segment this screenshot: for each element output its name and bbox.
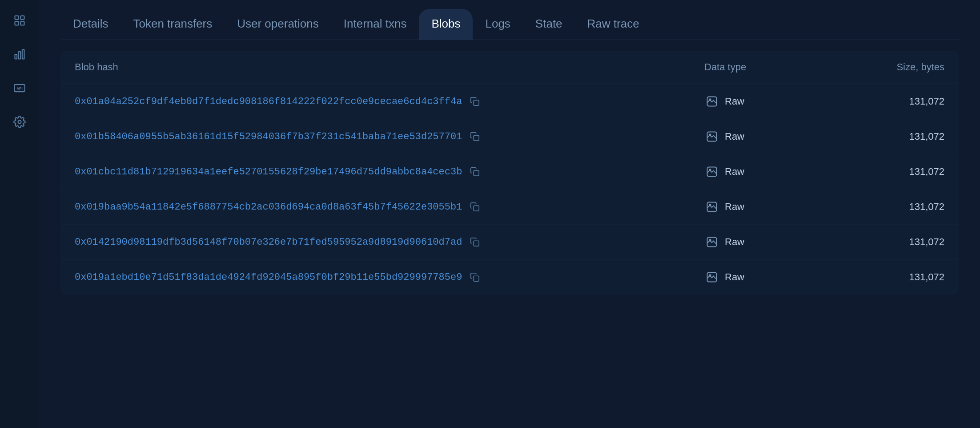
svg-rect-4 [15, 54, 17, 59]
copy-icon[interactable] [468, 235, 482, 249]
svg-rect-3 [20, 21, 24, 25]
data-type-cell: Raw [704, 234, 829, 250]
blob-hash-cell: 0x019a1ebd10e71d51f83da1de4924fd92045a89… [75, 271, 704, 284]
data-type-label: Raw [725, 236, 744, 248]
table-row: 0x01cbc11d81b712919634a1eefe5270155628f2… [60, 154, 959, 190]
data-type-label: Raw [725, 96, 744, 107]
blobs-table: Blob hash Data type Size, bytes 0x01a04a… [60, 51, 959, 295]
tab-state[interactable]: State [523, 9, 575, 40]
api-icon[interactable]: API [10, 78, 29, 98]
tab-token-transfers[interactable]: Token transfers [120, 9, 225, 40]
blob-hash-cell: 0x01b58406a0955b5ab36161d15f52984036f7b3… [75, 130, 704, 143]
data-type-cell: Raw [704, 199, 829, 214]
data-type-label: Raw [725, 131, 744, 142]
table-header: Blob hash Data type Size, bytes [60, 51, 959, 84]
column-size-bytes: Size, bytes [829, 61, 944, 73]
blob-hash-cell: 0x019baa9b54a11842e5f6887754cb2ac036d694… [75, 200, 704, 214]
column-data-type: Data type [704, 61, 829, 73]
blob-hash-cell: 0x0142190d98119dfb3d56148f70b07e326e7b71… [75, 235, 704, 249]
tab-blobs[interactable]: Blobs [419, 9, 473, 40]
size-cell: 131,072 [829, 201, 944, 213]
data-type-label: Raw [725, 166, 744, 178]
data-type-label: Raw [725, 201, 744, 213]
main-content: Details Token transfers User operations … [39, 0, 980, 428]
svg-rect-25 [474, 276, 479, 281]
data-type-label: Raw [725, 271, 744, 283]
column-blob-hash: Blob hash [75, 61, 704, 73]
svg-rect-22 [474, 241, 479, 246]
blob-hash-cell: 0x01a04a252cf9df4eb0d7f1dedc908186f81422… [75, 95, 704, 108]
data-type-icon [704, 164, 719, 179]
svg-rect-13 [474, 135, 479, 141]
data-type-cell: Raw [704, 129, 829, 144]
tab-internal-txns[interactable]: Internal txns [331, 9, 419, 40]
blob-hash-link[interactable]: 0x01a04a252cf9df4eb0d7f1dedc908186f81422… [75, 96, 462, 107]
svg-rect-6 [22, 50, 24, 59]
data-type-icon [704, 94, 719, 109]
copy-icon[interactable] [468, 165, 482, 178]
settings-icon[interactable] [10, 112, 29, 132]
svg-rect-10 [474, 100, 479, 105]
data-type-cell: Raw [704, 270, 829, 285]
blob-hash-link[interactable]: 0x01cbc11d81b712919634a1eefe5270155628f2… [75, 166, 462, 178]
table-row: 0x01b58406a0955b5ab36161d15f52984036f7b3… [60, 119, 959, 154]
svg-text:API: API [16, 87, 23, 91]
chart-icon[interactable] [10, 44, 29, 64]
tab-user-operations[interactable]: User operations [225, 9, 331, 40]
data-type-icon [704, 199, 719, 214]
size-cell: 131,072 [829, 166, 944, 178]
copy-icon[interactable] [468, 271, 482, 284]
size-cell: 131,072 [829, 271, 944, 283]
tab-details[interactable]: Details [60, 9, 120, 40]
copy-icon[interactable] [468, 130, 482, 143]
size-cell: 131,072 [829, 96, 944, 107]
copy-icon[interactable] [468, 200, 482, 214]
data-type-icon [704, 129, 719, 144]
svg-rect-1 [20, 16, 24, 20]
svg-point-9 [18, 121, 21, 124]
blob-hash-link[interactable]: 0x01b58406a0955b5ab36161d15f52984036f7b3… [75, 131, 462, 142]
size-cell: 131,072 [829, 236, 944, 248]
data-type-icon [704, 234, 719, 250]
tab-logs[interactable]: Logs [473, 9, 522, 40]
data-type-cell: Raw [704, 164, 829, 179]
sidebar: API [0, 0, 39, 428]
blob-hash-link[interactable]: 0x0142190d98119dfb3d56148f70b07e326e7b71… [75, 237, 462, 248]
tabs-bar: Details Token transfers User operations … [60, 0, 959, 40]
grid-icon[interactable] [10, 11, 29, 30]
copy-icon[interactable] [468, 95, 482, 108]
table-row: 0x01a04a252cf9df4eb0d7f1dedc908186f81422… [60, 84, 959, 119]
blob-hash-cell: 0x01cbc11d81b712919634a1eefe5270155628f2… [75, 165, 704, 178]
svg-rect-5 [18, 52, 20, 59]
blob-hash-link[interactable]: 0x019baa9b54a11842e5f6887754cb2ac036d694… [75, 202, 462, 213]
svg-rect-2 [15, 21, 18, 25]
blob-hash-link[interactable]: 0x019a1ebd10e71d51f83da1de4924fd92045a89… [75, 272, 462, 283]
svg-rect-16 [474, 170, 479, 176]
table-row: 0x0142190d98119dfb3d56148f70b07e326e7b71… [60, 225, 959, 260]
tab-raw-trace[interactable]: Raw trace [575, 9, 652, 40]
data-type-cell: Raw [704, 94, 829, 109]
svg-rect-0 [15, 16, 18, 20]
table-row: 0x019baa9b54a11842e5f6887754cb2ac036d694… [60, 190, 959, 225]
size-cell: 131,072 [829, 131, 944, 142]
data-type-icon [704, 270, 719, 285]
svg-rect-19 [474, 206, 479, 211]
table-row: 0x019a1ebd10e71d51f83da1de4924fd92045a89… [60, 260, 959, 295]
